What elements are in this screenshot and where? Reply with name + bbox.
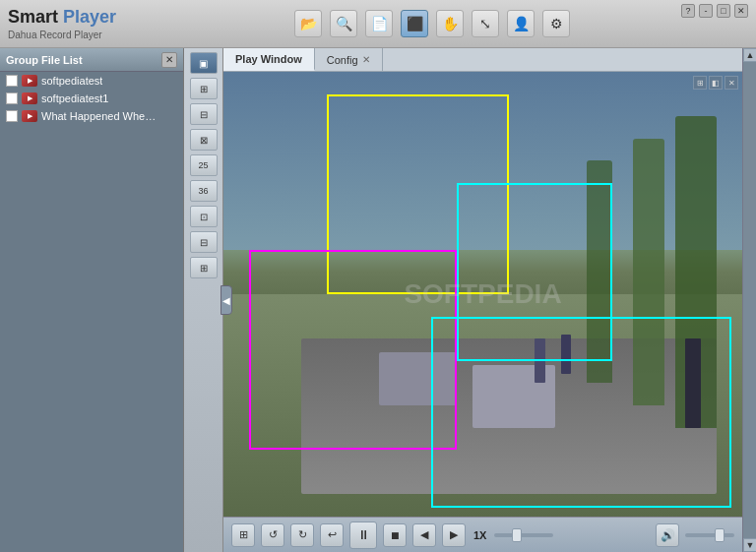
tab-bar: Play Window Config ✕	[223, 48, 742, 72]
prev-frame-button[interactable]: ◀	[412, 523, 436, 547]
toolbar: 📂 🔍 📄 ⬛ ✋ ⤡ 👤 ⚙	[116, 10, 748, 37]
view-custom2-button[interactable]: ⊟	[190, 231, 218, 253]
file-list: ▶ softpediatest ▶ softpediatest1 ▶ What …	[0, 72, 183, 552]
tab-play-window-label: Play Window	[235, 53, 302, 65]
file-icon: ▶	[22, 92, 37, 104]
volume-slider[interactable]	[685, 533, 734, 537]
view-custom1-button[interactable]: ⊡	[190, 206, 218, 227]
file-button[interactable]: 📄	[365, 10, 393, 37]
sidebar-action-button[interactable]: ✕	[161, 52, 177, 68]
right-scrollbar: ▲ ▼	[742, 48, 756, 552]
view-36-button[interactable]: 36	[190, 180, 218, 202]
scroll-down-button[interactable]: ▼	[743, 538, 756, 552]
video-top-controls: ⊞ ◧ ✕	[693, 76, 738, 90]
app-title: Smart Player	[8, 7, 116, 28]
tab-config[interactable]: Config ✕	[315, 48, 383, 71]
content-area: Play Window Config ✕	[223, 48, 742, 552]
file-checkbox[interactable]	[6, 75, 18, 87]
tab-config-close[interactable]: ✕	[362, 54, 370, 65]
view-controls: ▣ ⊞ ⊟ ⊠ 25 36 ⊡ ⊟ ⊞ ◀	[184, 48, 223, 552]
volume-button[interactable]: 🔊	[656, 523, 679, 547]
video-player: SOFTPEDIA ⊞ ◧ ✕	[223, 72, 742, 517]
grid-view-button[interactable]: ⊞	[231, 523, 255, 547]
view-3x3-button[interactable]: ⊟	[190, 103, 218, 125]
file-icon: ▶	[22, 75, 37, 87]
scroll-up-button[interactable]: ▲	[743, 48, 756, 62]
list-item[interactable]: ▶ What Happened When A Ma	[0, 107, 183, 125]
search-button[interactable]: 🔍	[330, 10, 357, 37]
main-area: Group File List ✕ ▶ softpediatest ▶ soft…	[0, 48, 756, 552]
file-checkbox[interactable]	[6, 110, 18, 122]
help-button[interactable]: ?	[681, 4, 695, 18]
file-icon: ▶	[22, 110, 37, 122]
sidebar-title: Group File List	[6, 54, 83, 66]
speed-thumb[interactable]	[512, 528, 522, 542]
video-area: SOFTPEDIA ⊞ ◧ ✕	[223, 72, 742, 517]
maximize-button[interactable]: □	[717, 4, 730, 18]
sync-button[interactable]: ↺	[261, 523, 284, 547]
window-controls: ? - □ ✕	[681, 4, 748, 18]
view-1x1-button[interactable]: ▣	[190, 52, 218, 74]
street-scene: SOFTPEDIA	[223, 72, 742, 517]
tab-play-window[interactable]: Play Window	[223, 48, 315, 71]
app-subtitle: Dahua Record Player	[8, 30, 116, 40]
volume-thumb[interactable]	[715, 528, 724, 542]
title-bar: Smart Player Dahua Record Player 📂 🔍 📄 ⬛…	[0, 0, 756, 48]
stop-button[interactable]: ⏹	[383, 523, 407, 547]
record-button[interactable]: ⬛	[401, 10, 428, 37]
open-folder-button[interactable]: 📂	[294, 10, 322, 37]
view-4x4-button[interactable]: ⊠	[190, 129, 218, 151]
view-custom3-button[interactable]: ⊞	[190, 257, 218, 278]
file-name: What Happened When A Ma	[41, 110, 159, 122]
list-item[interactable]: ▶ softpediatest	[0, 72, 183, 90]
title-left: Smart Player Dahua Record Player	[8, 7, 116, 40]
video-ctrl-2[interactable]: ◧	[709, 76, 723, 90]
title-smart: Smart	[8, 7, 58, 27]
sidebar: Group File List ✕ ▶ softpediatest ▶ soft…	[0, 48, 184, 552]
file-name: softpediatest1	[41, 92, 109, 104]
speed-label: 1X	[473, 529, 486, 541]
list-item[interactable]: ▶ softpediatest1	[0, 90, 183, 107]
file-name: softpediatest	[41, 75, 102, 87]
close-button[interactable]: ✕	[734, 4, 748, 18]
pause-button[interactable]: ⏸	[349, 521, 377, 549]
expand-button[interactable]: ⤡	[472, 10, 499, 37]
title-player: Player	[58, 7, 116, 27]
next-frame-button[interactable]: ▶	[442, 523, 466, 547]
rewind-button[interactable]: ↩	[320, 523, 344, 547]
video-ctrl-1[interactable]: ⊞	[693, 76, 707, 90]
video-ctrl-close[interactable]: ✕	[724, 76, 738, 90]
minimize-button[interactable]: -	[699, 4, 713, 18]
pan-button[interactable]: ✋	[436, 10, 464, 37]
sidebar-header: Group File List ✕	[0, 48, 183, 72]
collapse-sidebar-button[interactable]: ◀	[220, 285, 232, 315]
loop-button[interactable]: ↻	[290, 523, 314, 547]
view-25-button[interactable]: 25	[190, 154, 218, 176]
playback-controls: ⊞ ↺ ↻ ↩ ⏸ ⏹ ◀ ▶ 1X 🔊	[223, 517, 742, 552]
user-button[interactable]: 👤	[507, 10, 535, 37]
view-2x2-button[interactable]: ⊞	[190, 78, 218, 99]
tab-config-label: Config	[327, 54, 358, 66]
settings-button[interactable]: ⚙	[542, 10, 570, 37]
file-checkbox[interactable]	[6, 92, 18, 104]
speed-slider[interactable]	[494, 533, 553, 537]
